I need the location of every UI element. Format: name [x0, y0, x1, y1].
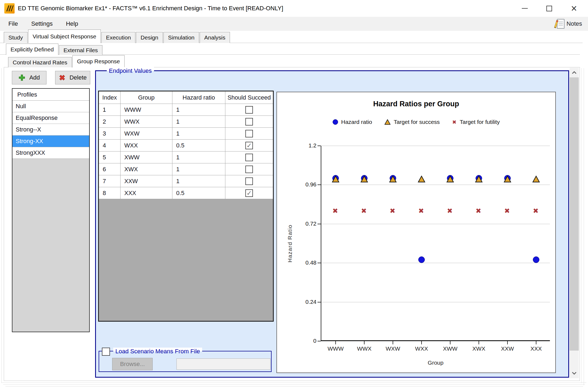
table-row-wwx[interactable]: 2WWX1 — [99, 116, 273, 128]
title-bar: ED TTE Genomic Biomarker Ex1* - FACTS™ v… — [0, 0, 588, 17]
tab-virtual-subject-response[interactable]: Virtual Subject Response — [28, 29, 101, 43]
add-profile-button[interactable]: Add — [12, 71, 46, 84]
col-header-group: Group — [121, 91, 172, 104]
marker-target-for-futility: ✖ — [447, 207, 453, 214]
cell-index[interactable]: 3 — [99, 128, 121, 140]
close-button[interactable]: × — [566, 0, 582, 17]
y-tick-mark — [318, 341, 321, 341]
load-scenario-group: Load Scenario Means From File Browse... — [99, 351, 272, 372]
cell-index[interactable]: 2 — [99, 116, 121, 128]
tab-explicitly-defined[interactable]: Explicitly Defined — [6, 44, 58, 55]
scroll-up-button[interactable] — [570, 68, 579, 77]
cell-index[interactable]: 7 — [99, 175, 121, 187]
tab-execution[interactable]: Execution — [101, 32, 135, 43]
cell-hazard-ratio[interactable]: 0.5 — [172, 187, 225, 199]
chevron-up-icon — [572, 71, 577, 74]
load-scenario-checkbox[interactable] — [102, 348, 110, 356]
menu-settings[interactable]: Settings — [26, 17, 58, 31]
tab-external-files[interactable]: External Files — [59, 45, 102, 55]
cell-group[interactable]: WXX — [121, 140, 172, 151]
x-tick-label-xxw: XXW — [491, 345, 524, 352]
cell-index[interactable]: 1 — [99, 104, 121, 116]
tab-study[interactable]: Study — [4, 32, 28, 43]
profile-row-equalresponse[interactable]: EqualResponse — [12, 112, 89, 124]
should-succeed-checkbox[interactable]: ✓ — [245, 189, 253, 197]
profile-row-strongxxx[interactable]: StrongXXX — [12, 147, 89, 159]
y-tick-mark — [318, 224, 321, 224]
profile-row-strong-x[interactable]: Strong--X — [12, 124, 89, 136]
cell-should-succeed[interactable] — [225, 104, 273, 116]
cell-hazard-ratio[interactable]: 0.5 — [172, 140, 225, 151]
notes-button[interactable]: Notes — [557, 17, 582, 31]
table-row-wxx[interactable]: 4WXX0.5✓ — [99, 140, 273, 151]
cell-index[interactable]: 5 — [99, 151, 121, 163]
tab-simulation[interactable]: Simulation — [163, 32, 199, 43]
tab-group-response[interactable]: Group Response — [72, 55, 125, 67]
cell-group[interactable]: XXW — [121, 175, 172, 187]
vertical-scrollbar[interactable] — [570, 68, 579, 378]
maximize-button[interactable] — [541, 0, 557, 17]
cell-index[interactable]: 4 — [99, 140, 121, 151]
cell-should-succeed[interactable] — [225, 151, 273, 163]
marker-target-for-futility: ✖ — [476, 207, 481, 214]
menu-file[interactable]: File — [4, 17, 23, 31]
profile-row-null[interactable]: Null — [12, 101, 89, 112]
cell-group[interactable]: XXX — [121, 187, 172, 199]
should-succeed-checkbox[interactable] — [245, 106, 253, 114]
should-succeed-checkbox[interactable] — [245, 177, 253, 185]
tab-analysis[interactable]: Analysis — [200, 32, 230, 43]
table-row-xxx[interactable]: 8XXX0.5✓ — [99, 187, 273, 199]
cell-should-succeed[interactable]: ✓ — [225, 187, 273, 199]
table-row-xww[interactable]: 5XWW1 — [99, 151, 273, 163]
cell-group[interactable]: XWX — [121, 163, 172, 175]
cell-should-succeed[interactable] — [225, 116, 273, 128]
gridline — [321, 184, 550, 185]
profile-row-strong-xx[interactable]: Strong-XX — [12, 136, 89, 147]
gridline — [321, 263, 550, 263]
should-succeed-checkbox[interactable] — [245, 118, 253, 126]
minimize-button[interactable] — [516, 0, 533, 17]
cell-should-succeed[interactable]: ✓ — [225, 140, 273, 151]
profiles-header: Profiles — [12, 89, 89, 101]
legend-item-hazard-ratio: Hazard ratio — [333, 119, 372, 125]
cell-should-succeed[interactable] — [225, 128, 273, 140]
table-row-www[interactable]: 1WWW1 — [99, 104, 273, 116]
should-succeed-checkbox[interactable]: ✓ — [245, 142, 253, 149]
cell-hazard-ratio[interactable]: 1 — [172, 128, 225, 140]
marker-target-for-futility: ✖ — [332, 207, 338, 214]
tab-design[interactable]: Design — [136, 32, 163, 43]
cell-group[interactable]: XWW — [121, 151, 172, 163]
cell-hazard-ratio[interactable]: 1 — [172, 175, 225, 187]
x-axis-title: Group — [321, 360, 550, 366]
table-row-wxw[interactable]: 3WXW1 — [99, 128, 273, 140]
x-tick-label-wxw: WXW — [377, 345, 409, 352]
marker-target-for-success — [332, 176, 339, 183]
scenario-file-field[interactable] — [176, 358, 270, 370]
should-succeed-checkbox[interactable] — [245, 166, 253, 173]
cell-group[interactable]: WWW — [121, 104, 172, 116]
cell-hazard-ratio[interactable]: 1 — [172, 116, 225, 128]
scrollbar-thumb[interactable] — [570, 77, 579, 351]
cell-hazard-ratio[interactable]: 1 — [172, 163, 225, 175]
load-scenario-label: Load Scenario Means From File — [113, 348, 202, 355]
profiles-list: Profiles NullEqualResponseStrong--XStron… — [12, 88, 90, 332]
cell-hazard-ratio[interactable]: 1 — [172, 151, 225, 163]
cell-hazard-ratio[interactable]: 1 — [172, 104, 225, 116]
cell-group[interactable]: WXW — [121, 128, 172, 140]
table-row-xxw[interactable]: 7XXW1 — [99, 175, 273, 187]
tab-control-hazard-rates[interactable]: Control Hazard Rates — [8, 57, 72, 67]
browse-button[interactable]: Browse... — [112, 358, 153, 370]
cell-index[interactable]: 8 — [99, 187, 121, 199]
should-succeed-checkbox[interactable] — [245, 130, 253, 137]
gridline — [321, 224, 550, 224]
cell-should-succeed[interactable] — [225, 163, 273, 175]
table-row-xwx[interactable]: 6XWX1 — [99, 163, 273, 175]
cell-group[interactable]: WWX — [121, 116, 172, 128]
should-succeed-checkbox[interactable] — [245, 154, 253, 161]
delete-profile-button[interactable]: Delete — [55, 71, 90, 84]
scroll-down-button[interactable] — [570, 368, 579, 378]
cell-should-succeed[interactable] — [225, 175, 273, 187]
marker-target-for-success — [504, 176, 511, 183]
menu-help[interactable]: Help — [61, 17, 83, 31]
cell-index[interactable]: 6 — [99, 163, 121, 175]
